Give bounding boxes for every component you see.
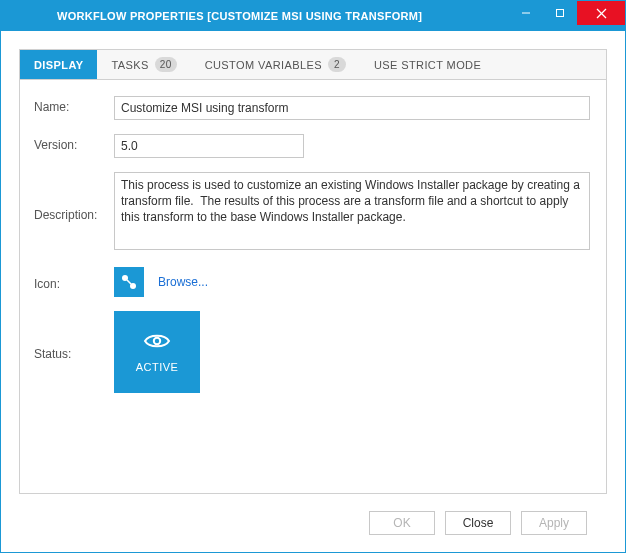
tab-tasks[interactable]: TASKS 20	[97, 50, 190, 79]
ok-button[interactable]: OK	[369, 511, 435, 535]
tab-strip: DISPLAY TASKS 20 CUSTOM VARIABLES 2 USE …	[20, 50, 606, 80]
tab-display-label: DISPLAY	[34, 59, 83, 71]
tab-tasks-label: TASKS	[111, 59, 148, 71]
svg-point-7	[154, 337, 160, 343]
tab-strict-mode-label: USE STRICT MODE	[374, 59, 481, 71]
display-form: Name: Version: Description:	[20, 80, 606, 407]
svg-line-6	[127, 280, 131, 284]
icon-label: Icon:	[24, 273, 114, 291]
apply-button[interactable]: Apply	[521, 511, 587, 535]
tab-display[interactable]: DISPLAY	[20, 50, 97, 79]
tab-custom-variables-badge: 2	[328, 57, 346, 72]
status-label: Status:	[24, 343, 114, 361]
tab-tasks-badge: 20	[155, 57, 177, 72]
name-label: Name:	[24, 96, 114, 114]
row-version: Version:	[24, 134, 590, 158]
maximize-button[interactable]	[543, 1, 577, 25]
tab-strict-mode[interactable]: USE STRICT MODE	[360, 50, 495, 79]
row-description: Description:	[24, 172, 590, 253]
close-window-button[interactable]	[577, 1, 625, 25]
dialog-window: WORKFLOW PROPERTIES [CUSTOMIZE MSI USING…	[0, 0, 626, 553]
tab-custom-variables[interactable]: CUSTOM VARIABLES 2	[191, 50, 360, 79]
version-label: Version:	[24, 134, 114, 152]
row-icon: Icon: Browse...	[24, 267, 590, 297]
row-status: Status: ACTIVE	[24, 311, 590, 393]
description-label: Description:	[24, 204, 114, 222]
workflow-icon	[114, 267, 144, 297]
version-input[interactable]	[114, 134, 304, 158]
description-input[interactable]	[114, 172, 590, 250]
eye-icon	[143, 332, 171, 353]
titlebar: WORKFLOW PROPERTIES [CUSTOMIZE MSI USING…	[1, 1, 625, 31]
window-title: WORKFLOW PROPERTIES [CUSTOMIZE MSI USING…	[1, 10, 509, 22]
close-button[interactable]: Close	[445, 511, 511, 535]
svg-rect-1	[557, 10, 564, 17]
browse-icon-link[interactable]: Browse...	[158, 275, 208, 289]
main-panel: DISPLAY TASKS 20 CUSTOM VARIABLES 2 USE …	[19, 49, 607, 494]
name-input[interactable]	[114, 96, 590, 120]
content-area: DISPLAY TASKS 20 CUSTOM VARIABLES 2 USE …	[1, 31, 625, 552]
status-tile[interactable]: ACTIVE	[114, 311, 200, 393]
tab-custom-variables-label: CUSTOM VARIABLES	[205, 59, 322, 71]
status-value: ACTIVE	[136, 361, 179, 373]
minimize-button[interactable]	[509, 1, 543, 25]
dialog-footer: OK Close Apply	[19, 494, 607, 552]
row-name: Name:	[24, 96, 590, 120]
